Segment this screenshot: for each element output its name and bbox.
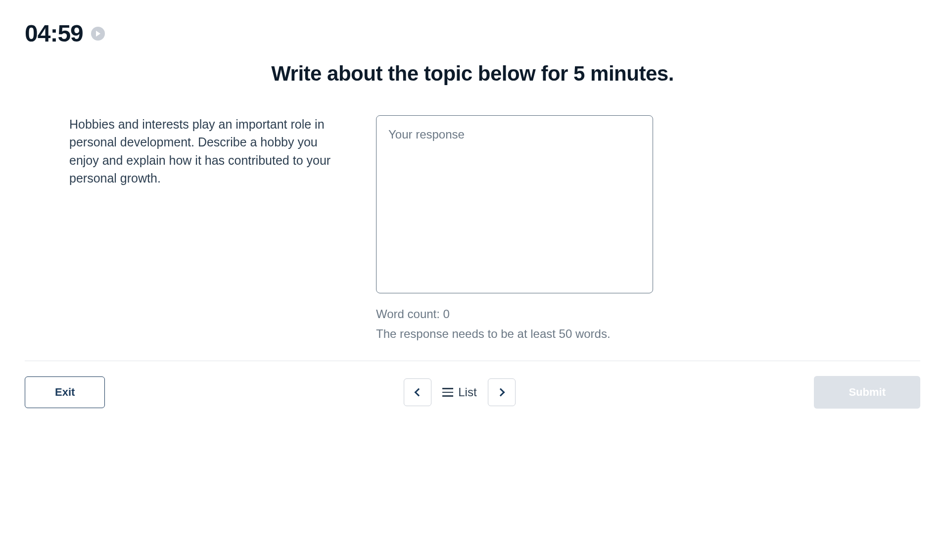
- play-icon[interactable]: [91, 27, 105, 41]
- next-button[interactable]: [488, 378, 516, 406]
- list-label: List: [458, 385, 476, 399]
- timer-header: 04:59: [0, 0, 945, 47]
- center-nav: List: [404, 378, 515, 406]
- content-area: Hobbies and interests play an important …: [0, 86, 945, 341]
- hamburger-icon: [442, 388, 453, 397]
- prompt-column: Hobbies and interests play an important …: [69, 115, 346, 341]
- word-count: Word count: 0: [376, 307, 653, 321]
- prompt-text: Hobbies and interests play an important …: [69, 115, 346, 187]
- prev-button[interactable]: [404, 378, 431, 406]
- footer-nav: Exit List Submit: [0, 361, 945, 423]
- chevron-left-icon: [415, 388, 423, 397]
- list-button[interactable]: List: [440, 381, 478, 403]
- response-column: Word count: 0 The response needs to be a…: [376, 115, 653, 341]
- exit-button[interactable]: Exit: [25, 376, 105, 408]
- min-words-hint: The response needs to be at least 50 wor…: [376, 327, 653, 341]
- timer-display: 04:59: [25, 20, 83, 47]
- play-triangle: [96, 31, 100, 37]
- instruction-heading: Write about the topic below for 5 minute…: [0, 62, 945, 86]
- response-textarea[interactable]: [376, 115, 653, 293]
- submit-button[interactable]: Submit: [814, 376, 920, 409]
- chevron-right-icon: [496, 388, 505, 397]
